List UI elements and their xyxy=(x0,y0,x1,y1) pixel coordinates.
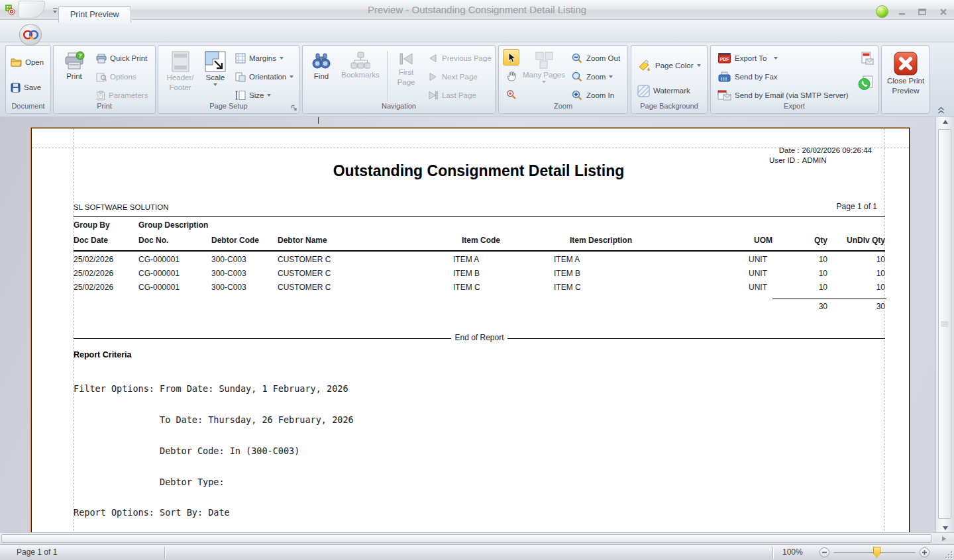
status-orb-icon[interactable] xyxy=(876,5,888,18)
header-footer-button[interactable]: Header/ Footer xyxy=(162,48,198,102)
orientation-button[interactable]: Orientation xyxy=(233,68,296,85)
mouse-pointer-tool-button[interactable] xyxy=(503,49,519,66)
quick-print-icon xyxy=(96,54,107,64)
horizontal-scrollbar[interactable] xyxy=(0,532,954,544)
print-button[interactable]: ? Print xyxy=(58,48,91,101)
criteria-line: Debtor Type: xyxy=(74,477,354,488)
margins-button[interactable]: Margins xyxy=(233,50,286,67)
hand-tool-button[interactable] xyxy=(503,68,519,84)
application-menu-button[interactable] xyxy=(19,24,42,46)
total-undlv-qty: 30 xyxy=(832,302,885,311)
close-print-preview-button[interactable]: Close Print Preview xyxy=(883,48,928,111)
col-doc-no: Doc No. xyxy=(138,236,168,245)
parameters-label: Parameters xyxy=(109,91,148,99)
group-caption-export: Export xyxy=(711,102,878,113)
col-undlv-qty: UnDlv Qty xyxy=(832,236,885,245)
bookmarks-label: Bookmarks xyxy=(341,71,380,79)
send-by-whatsapp-button[interactable] xyxy=(858,75,874,91)
col-item-description: Item Description xyxy=(541,236,661,245)
many-pages-icon xyxy=(534,51,554,70)
window-title: Preview - Outstanding Consignment Detail… xyxy=(0,4,954,15)
close-window-button[interactable] xyxy=(935,7,952,17)
zoom-out-slider-button[interactable] xyxy=(820,547,829,557)
next-page-icon xyxy=(427,71,439,82)
zoom-out-label: Zoom Out xyxy=(586,54,620,62)
cell-item-code: ITEM B xyxy=(453,269,480,278)
watermark-icon xyxy=(637,85,650,97)
maximize-icon xyxy=(918,8,926,16)
close-print-preview-label-2: Preview xyxy=(892,87,920,95)
status-page-info: Page 1 of 1 xyxy=(17,547,57,557)
scale-button[interactable]: Scale xyxy=(201,48,230,102)
plus-icon xyxy=(922,549,928,555)
col-uom: UOM xyxy=(737,236,790,245)
cell-undlv-qty: 10 xyxy=(832,283,885,292)
ribbon-tab-row xyxy=(0,20,954,42)
parameters-icon xyxy=(96,91,105,101)
cell-qty: 10 xyxy=(787,269,827,278)
page-color-label: Page Color xyxy=(655,62,694,70)
maximize-button[interactable] xyxy=(914,7,931,17)
page-color-icon xyxy=(637,59,652,72)
group-zoom: Many Pages Zoom Out Zoom Zoom In Zoom xyxy=(498,45,628,114)
magnifier-tool-button[interactable] xyxy=(503,86,519,103)
svg-text:PDF: PDF xyxy=(720,57,730,62)
zoom-out-button[interactable]: Zoom Out xyxy=(569,50,623,67)
group-page-background: Page Color Watermark Page Background xyxy=(631,45,708,114)
page-number: Page 1 of 1 xyxy=(837,202,877,211)
next-page-label: Next Page xyxy=(442,73,478,81)
cell-debtor-name: CUSTOMER C xyxy=(278,283,331,292)
last-page-label: Last Page xyxy=(442,91,476,99)
navigation-separator xyxy=(387,51,388,104)
horizontal-scrollbar-thumb[interactable] xyxy=(1,534,931,543)
options-button[interactable]: Options xyxy=(93,68,139,85)
page-setup-dialog-launcher-icon[interactable] xyxy=(291,105,297,111)
group-page-setup: Header/ Footer Scale Margins Orientation xyxy=(158,45,299,114)
save-button[interactable]: Save xyxy=(8,79,44,96)
cell-debtor-name: CUSTOMER C xyxy=(278,269,331,278)
tab-print-preview[interactable]: Print Preview xyxy=(58,6,131,23)
find-button[interactable]: Find xyxy=(307,48,335,102)
report-header-info: Date : 26/02/2026 09:26:44 User ID : ADM… xyxy=(769,146,872,164)
zoom-button[interactable]: Zoom xyxy=(569,68,615,85)
first-page-button[interactable]: First Page xyxy=(391,48,421,102)
scroll-right-button[interactable] xyxy=(935,533,953,544)
scroll-up-button[interactable] xyxy=(936,120,954,124)
zoom-slider-thumb[interactable] xyxy=(873,547,880,558)
status-separator xyxy=(164,547,165,559)
options-icon xyxy=(96,72,107,82)
rule-under-header xyxy=(74,250,885,252)
report-title: Outstanding Consignment Detail Listing xyxy=(74,162,884,180)
criteria-line: Debtor Code: In (300-C003) xyxy=(74,446,354,457)
vertical-scrollbar-thumb[interactable] xyxy=(938,129,951,519)
minus-icon xyxy=(822,549,827,555)
scroll-down-button[interactable] xyxy=(936,526,954,530)
export-to-button[interactable]: PDF Export To xyxy=(715,50,780,67)
scale-label: Scale xyxy=(206,73,225,82)
close-print-preview-label-1: Close Print xyxy=(887,77,924,85)
criteria-line: Filter Options: From Date: Sunday, 1 Feb… xyxy=(74,384,354,395)
bookmarks-button[interactable]: Bookmarks xyxy=(337,48,384,102)
next-page-button[interactable]: Next Page xyxy=(425,68,480,85)
options-label: Options xyxy=(110,73,136,81)
date-label: Date : xyxy=(769,146,799,154)
export-to-pdf-icon: PDF xyxy=(717,52,731,64)
open-button[interactable]: Open xyxy=(8,54,46,71)
col-debtor-code: Debtor Code xyxy=(211,236,259,245)
collapse-ribbon-button[interactable] xyxy=(937,106,945,115)
send-pdf-email-button[interactable] xyxy=(859,52,874,66)
vertical-scrollbar[interactable] xyxy=(935,117,954,532)
minimize-button[interactable] xyxy=(894,7,911,17)
window-resize-grip[interactable] xyxy=(944,550,952,558)
zoom-in-label: Zoom In xyxy=(586,91,614,99)
many-pages-button[interactable]: Many Pages xyxy=(523,48,565,102)
previous-page-button[interactable]: Previous Page xyxy=(425,50,494,67)
quick-print-button[interactable]: Quick Print xyxy=(93,50,150,67)
zoom-out-icon xyxy=(572,53,583,64)
send-by-fax-button[interactable]: Send by Fax xyxy=(715,68,780,85)
zoom-in-slider-button[interactable] xyxy=(920,547,929,557)
page-color-button[interactable]: Page Color xyxy=(635,57,704,74)
watermark-button[interactable]: Watermark xyxy=(635,82,693,99)
last-page-icon xyxy=(427,90,439,101)
cell-debtor-code: 300-C003 xyxy=(211,283,246,292)
